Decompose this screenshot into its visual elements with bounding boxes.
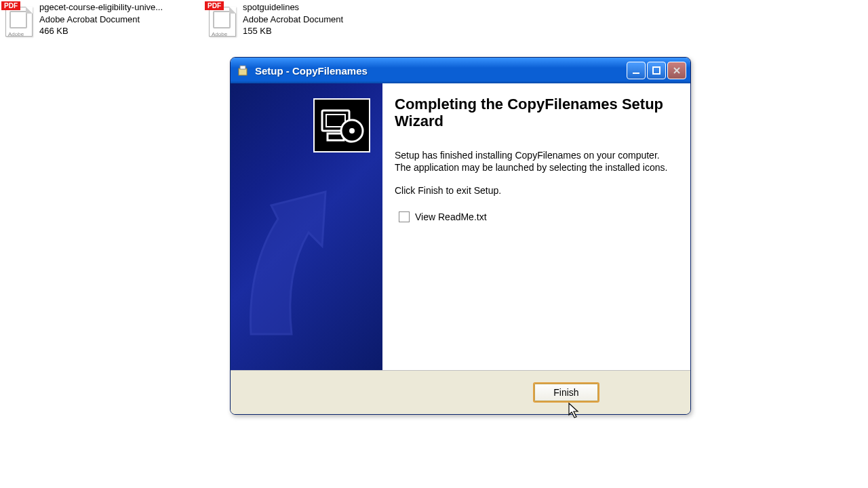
wizard-content: Completing the CopyFilenames Setup Wizar… xyxy=(382,83,690,370)
minimize-icon xyxy=(632,66,640,75)
minimize-button[interactable] xyxy=(627,62,646,79)
pdf-file-icon: PDF Adobe xyxy=(205,1,239,39)
file-type: Adobe Acrobat Document xyxy=(39,14,163,26)
wizard-heading: Completing the CopyFilenames Setup Wizar… xyxy=(395,96,675,130)
svg-rect-3 xyxy=(653,67,660,74)
setup-dialog: Setup - CopyFilenames xyxy=(230,57,691,415)
wizard-paragraph: Setup has finished installing CopyFilena… xyxy=(395,149,675,174)
desktop-file-area: PDF Adobe pgecet-course-eligibility-univ… xyxy=(0,0,400,40)
pdf-file-icon: PDF Adobe xyxy=(1,1,35,39)
checkbox-icon[interactable] xyxy=(399,211,410,222)
close-icon xyxy=(673,66,681,75)
computer-disc-icon xyxy=(313,98,370,152)
desktop-file-item[interactable]: PDF Adobe pgecet-course-eligibility-univ… xyxy=(0,0,197,40)
file-name: spotguidelines xyxy=(243,1,343,14)
svg-rect-2 xyxy=(633,73,639,74)
desktop-file-item[interactable]: PDF Adobe spotguidelines Adobe Acrobat D… xyxy=(203,0,400,40)
titlebar[interactable]: Setup - CopyFilenames xyxy=(231,58,690,83)
checkbox-label: View ReadMe.txt xyxy=(415,211,487,222)
maximize-button[interactable] xyxy=(647,62,666,79)
svg-point-10 xyxy=(349,128,355,134)
svg-rect-1 xyxy=(240,66,245,69)
installer-icon xyxy=(237,64,250,77)
readme-checkbox-row[interactable]: View ReadMe.txt xyxy=(399,211,675,222)
close-button[interactable] xyxy=(667,62,686,79)
maximize-icon xyxy=(652,66,660,75)
finish-button[interactable]: Finish xyxy=(533,382,599,403)
file-size: 466 KB xyxy=(39,25,163,37)
file-size: 155 KB xyxy=(243,25,343,37)
wizard-side-panel xyxy=(231,83,382,370)
button-bar: Finish xyxy=(231,371,690,414)
file-type: Adobe Acrobat Document xyxy=(243,14,343,26)
wizard-paragraph: Click Finish to exit Setup. xyxy=(395,184,675,197)
arrow-decoration-icon xyxy=(244,165,380,354)
window-title: Setup - CopyFilenames xyxy=(255,65,621,77)
file-name: pgecet-course-eligibility-unive... xyxy=(39,1,163,14)
